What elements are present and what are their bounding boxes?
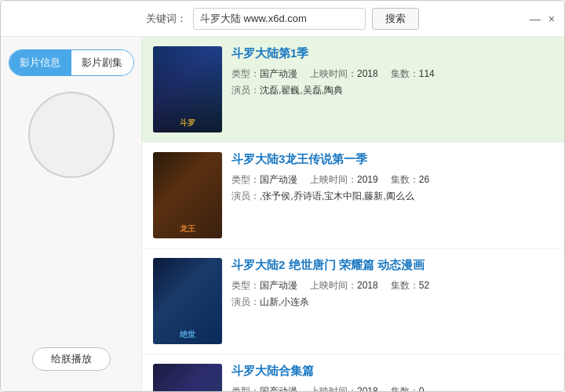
count-label: 集数：0: [391, 385, 425, 391]
type-label: 类型：国产动漫: [231, 67, 297, 81]
type-label: 类型：国产动漫: [231, 279, 297, 292]
year-label: 上映时间：2019: [310, 173, 378, 187]
result-meta: 类型：国产动漫 上映时间：2018 集数：114: [231, 67, 553, 81]
result-title: 斗罗大陆第1季: [231, 46, 553, 61]
result-meta: 类型：国产动漫 上映时间：2019 集数：26: [231, 173, 553, 187]
result-cast: 演员：沈磊,翟巍,吴磊,陶典: [231, 84, 553, 97]
result-info: 斗罗大陆合集篇 类型：国产动漫 上映时间：2018 集数：0 演员：沈磊,程玉珠…: [231, 364, 553, 391]
result-poster: [153, 152, 222, 238]
tab-movie-info[interactable]: 影片信息: [9, 50, 71, 75]
search-button[interactable]: 搜索: [372, 8, 419, 30]
result-info: 斗罗大陆第1季 类型：国产动漫 上映时间：2018 集数：114 演员：沈磊,翟…: [231, 46, 553, 132]
count-label: 集数：52: [391, 279, 429, 292]
result-info: 斗罗大陆3龙王传说第一季 类型：国产动漫 上映时间：2019 集数：26 演员：…: [231, 152, 553, 238]
minimize-button[interactable]: —: [530, 13, 541, 24]
poster-circle: [28, 92, 115, 178]
main-area: 影片信息 影片剧集 给朕播放 斗罗大陆第1季 类型：国产动漫 上映时间：2018…: [1, 37, 564, 391]
close-button[interactable]: ×: [549, 13, 555, 24]
result-item[interactable]: 斗罗大陆合集篇 类型：国产动漫 上映时间：2018 集数：0 演员：沈磊,程玉珠…: [142, 354, 564, 391]
result-item[interactable]: 斗罗大陆第1季 类型：国产动漫 上映时间：2018 集数：114 演员：沈磊,翟…: [142, 37, 564, 143]
search-input[interactable]: [193, 8, 366, 30]
result-poster: [153, 364, 222, 391]
type-label: 类型：国产动漫: [231, 385, 297, 391]
count-label: 集数：114: [391, 67, 435, 81]
result-meta: 类型：国产动漫 上映时间：2018 集数：0: [231, 385, 553, 391]
tab-group: 影片信息 影片剧集: [9, 49, 134, 76]
title-bar: 关键词： 搜索 — ×: [1, 1, 564, 37]
year-label: 上映时间：2018: [310, 385, 378, 391]
result-poster: [153, 258, 222, 344]
result-meta: 类型：国产动漫 上映时间：2018 集数：52: [231, 279, 553, 292]
year-label: 上映时间：2018: [310, 279, 378, 292]
search-area: 关键词： 搜索: [146, 8, 419, 30]
result-item[interactable]: 斗罗大陆3龙王传说第一季 类型：国产动漫 上映时间：2019 集数：26 演员：…: [142, 143, 564, 249]
results-list: 斗罗大陆第1季 类型：国产动漫 上映时间：2018 集数：114 演员：沈磊,翟…: [142, 37, 564, 391]
year-label: 上映时间：2018: [310, 67, 378, 81]
result-cast: 演员：,张予侯,乔诗语,宝木中阳,藤新,阖么么: [231, 190, 553, 203]
result-title: 斗罗大陆合集篇: [231, 364, 553, 379]
play-button[interactable]: 给朕播放: [32, 347, 111, 371]
result-poster: [153, 46, 222, 132]
result-cast: 演员：山新,小连杀: [231, 296, 553, 309]
window-controls: — ×: [530, 13, 555, 24]
result-title: 斗罗大陆3龙王传说第一季: [231, 152, 553, 167]
sidebar: 影片信息 影片剧集 给朕播放: [1, 37, 142, 391]
result-title: 斗罗大陆2 绝世唐门 荣耀篇 动态漫画: [231, 258, 553, 273]
count-label: 集数：26: [391, 173, 429, 187]
result-info: 斗罗大陆2 绝世唐门 荣耀篇 动态漫画 类型：国产动漫 上映时间：2018 集数…: [231, 258, 553, 344]
keyword-label: 关键词：: [146, 12, 187, 26]
main-window: 关键词： 搜索 — × 影片信息 影片剧集 给朕播放 斗罗大陆第1季: [0, 0, 565, 392]
tab-movie-episodes[interactable]: 影片剧集: [71, 50, 133, 75]
result-item[interactable]: 斗罗大陆2 绝世唐门 荣耀篇 动态漫画 类型：国产动漫 上映时间：2018 集数…: [142, 249, 564, 354]
type-label: 类型：国产动漫: [231, 173, 297, 187]
